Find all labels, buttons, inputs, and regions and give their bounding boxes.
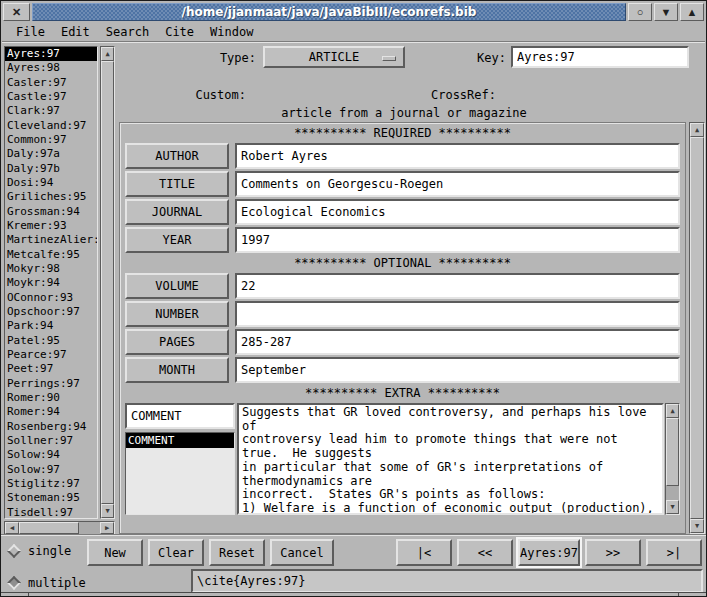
- scroll-down-icon[interactable]: ▼: [666, 500, 679, 514]
- list-item[interactable]: Common:97: [5, 133, 97, 147]
- title-field[interactable]: [235, 171, 680, 197]
- journal-field-label[interactable]: JOURNAL: [125, 199, 229, 225]
- form-vertical-scrollbar: ▲ ▼: [689, 122, 705, 534]
- application-window: ✕ /home/jjanmaat/java/JavaBibIII/econref…: [0, 0, 707, 597]
- list-item[interactable]: Metcalfe:95: [5, 248, 97, 262]
- number-field-label[interactable]: NUMBER: [125, 301, 229, 327]
- previous-record-button[interactable]: <<: [457, 539, 513, 566]
- single-mode-radio[interactable]: single: [9, 544, 71, 558]
- menu-window[interactable]: Window: [202, 24, 261, 40]
- list-item[interactable]: Ayres:97: [5, 47, 97, 61]
- field-row: MONTH: [125, 357, 680, 383]
- list-item[interactable]: Stoneman:95: [5, 491, 97, 505]
- close-button[interactable]: ✕: [3, 3, 30, 21]
- scroll-left-icon[interactable]: ◀: [5, 522, 19, 534]
- menu-button[interactable]: ○: [628, 3, 652, 21]
- year-field[interactable]: [235, 227, 680, 253]
- list-item[interactable]: Solow:97: [5, 463, 97, 477]
- current-record-button[interactable]: Ayres:97: [518, 539, 580, 566]
- comment-textarea[interactable]: Suggests that GR loved controversy, and …: [237, 403, 664, 515]
- month-field[interactable]: [235, 357, 680, 383]
- title-bar-row: ✕ /home/jjanmaat/java/JavaBibIII/econref…: [3, 3, 704, 21]
- clear-button[interactable]: Clear: [148, 539, 204, 566]
- scrollbar-thumb[interactable]: [690, 137, 704, 519]
- new-button[interactable]: New: [87, 539, 143, 566]
- extra-field-name-input[interactable]: [125, 403, 235, 429]
- list-item[interactable]: Sollner:97: [5, 434, 97, 448]
- circle-icon: ○: [637, 7, 644, 18]
- required-section-header: ********** REQUIRED **********: [120, 126, 685, 141]
- scroll-up-icon[interactable]: ▲: [690, 123, 704, 137]
- menu-file[interactable]: File: [8, 24, 53, 40]
- first-record-button[interactable]: |<: [396, 539, 452, 566]
- author-field[interactable]: [235, 143, 680, 169]
- title-bar[interactable]: /home/jjanmaat/java/JavaBibIII/econrefs.…: [32, 3, 626, 21]
- month-field-label[interactable]: MONTH: [125, 357, 229, 383]
- list-item[interactable]: Perrings:97: [5, 377, 97, 391]
- window-resize-frame[interactable]: [1, 592, 706, 596]
- menu-search[interactable]: Search: [98, 24, 157, 40]
- multiple-mode-radio[interactable]: multiple: [9, 576, 86, 590]
- list-item[interactable]: Tisdell:97: [5, 506, 97, 520]
- list-item[interactable]: Ayres:98: [5, 61, 97, 75]
- list-item[interactable]: Park:94: [5, 319, 97, 333]
- list-item[interactable]: Castle:97: [5, 90, 97, 104]
- reset-button[interactable]: Reset: [209, 539, 265, 566]
- scrollbar-trough[interactable]: [79, 522, 100, 534]
- list-item[interactable]: Opschoor:97: [5, 305, 97, 319]
- cite-command-field[interactable]: [191, 569, 703, 593]
- list-item[interactable]: Mokyr:98: [5, 262, 97, 276]
- list-item[interactable]: Griliches:95: [5, 190, 97, 204]
- list-item[interactable]: Moykr:94: [5, 276, 97, 290]
- maximize-button[interactable]: ▲: [680, 3, 704, 21]
- field-row: PAGES: [125, 329, 680, 355]
- last-record-button[interactable]: >|: [646, 539, 702, 566]
- pages-field-label[interactable]: PAGES: [125, 329, 229, 355]
- scroll-down-icon[interactable]: ▼: [101, 504, 114, 518]
- year-field-label[interactable]: YEAR: [125, 227, 229, 253]
- title-field-label[interactable]: TITLE: [125, 171, 229, 197]
- list-item[interactable]: Patel:95: [5, 334, 97, 348]
- list-item[interactable]: Peet:97: [5, 362, 97, 376]
- scroll-right-icon[interactable]: ▶: [100, 522, 114, 534]
- list-item[interactable]: Rosenberg:94: [5, 420, 97, 434]
- scroll-up-icon[interactable]: ▲: [666, 404, 679, 418]
- scrollbar-thumb[interactable]: [19, 522, 79, 534]
- list-item[interactable]: Dosi:94: [5, 176, 97, 190]
- scrollbar-trough[interactable]: [666, 486, 679, 500]
- menu-edit[interactable]: Edit: [53, 24, 98, 40]
- next-record-button[interactable]: >>: [585, 539, 641, 566]
- list-item[interactable]: Romer:94: [5, 405, 97, 419]
- number-field[interactable]: [235, 301, 680, 327]
- journal-field[interactable]: [235, 199, 680, 225]
- list-item[interactable]: Cleveland:97: [5, 119, 97, 133]
- list-item[interactable]: Daly:97a: [5, 147, 97, 161]
- list-item[interactable]: Daly:97b: [5, 162, 97, 176]
- list-item[interactable]: COMMENT: [126, 433, 234, 448]
- list-item[interactable]: Stiglitz:97: [5, 477, 97, 491]
- list-item[interactable]: Kremer:93: [5, 219, 97, 233]
- volume-field[interactable]: [235, 273, 680, 299]
- list-item[interactable]: Romer:90: [5, 391, 97, 405]
- list-item[interactable]: MartinezAlier:97: [5, 233, 97, 247]
- list-item[interactable]: Casler:97: [5, 76, 97, 90]
- scroll-down-icon[interactable]: ▼: [690, 519, 704, 533]
- type-option-menu[interactable]: ARTICLE: [263, 46, 405, 68]
- cancel-button[interactable]: Cancel: [270, 539, 334, 566]
- author-field-label[interactable]: AUTHOR: [125, 143, 229, 169]
- extra-field-chooser: COMMENT: [125, 403, 235, 515]
- menu-cite[interactable]: Cite: [157, 24, 202, 40]
- key-field[interactable]: [511, 46, 689, 68]
- scroll-up-icon[interactable]: ▲: [101, 47, 114, 61]
- list-item[interactable]: Grossman:94: [5, 205, 97, 219]
- volume-field-label[interactable]: VOLUME: [125, 273, 229, 299]
- scrollbar-thumb[interactable]: [666, 418, 679, 486]
- iconify-button[interactable]: ▼: [654, 3, 678, 21]
- list-item[interactable]: OConnor:93: [5, 291, 97, 305]
- list-item[interactable]: Pearce:97: [5, 348, 97, 362]
- crossref-label: CrossRef:: [421, 88, 496, 102]
- list-item[interactable]: Solow:94: [5, 448, 97, 462]
- scrollbar-thumb[interactable]: [101, 61, 114, 504]
- list-item[interactable]: Clark:97: [5, 104, 97, 118]
- pages-field[interactable]: [235, 329, 680, 355]
